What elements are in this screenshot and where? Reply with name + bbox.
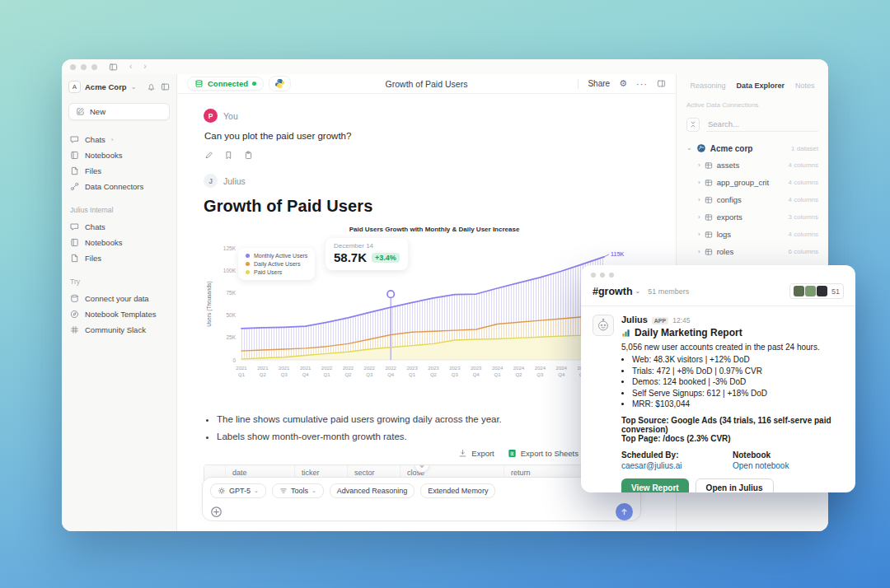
sidebar-item-connect-your-data[interactable]: Connect your data [68, 291, 170, 306]
model-selector[interactable]: GPT-5 ⌄ [210, 483, 266, 498]
workspace-switcher[interactable]: A Acme Corp ⌄ [68, 81, 170, 93]
edit-icon[interactable] [204, 151, 213, 160]
collapse-all-button[interactable] [686, 118, 700, 132]
desktop-background: { "window": { "sidebar": { "workspace_in… [0, 0, 890, 588]
slack-notification-card: #growth ⌄ 51 members 51 Julius APP 12:45… [581, 265, 855, 492]
export-button[interactable]: Export [458, 449, 494, 458]
tree-item-label: logs [717, 230, 731, 239]
tab-notes[interactable]: Notes [795, 82, 815, 90]
sidebar-section: Chats›NotebooksFilesData Connectors [68, 132, 170, 194]
tree-item-exports[interactable]: ›exports3 columns [686, 208, 818, 226]
bar-chart-icon [621, 329, 630, 338]
legend-label: Paid Users [254, 269, 282, 275]
export-to-sheets-button[interactable]: Export to Sheets [508, 449, 578, 458]
composer-chip-extended-memory[interactable]: Extended Memory [420, 483, 495, 498]
slack-channel-name[interactable]: #growth [593, 286, 633, 297]
legend-swatch [246, 262, 250, 266]
attach-plus-button[interactable] [210, 506, 222, 518]
composer-chip-advanced-reasoning[interactable]: Advanced Reasoning [330, 483, 415, 498]
sidebar-item-label: Files [85, 254, 101, 263]
tab-data-explorer[interactable]: Data Explorer [736, 82, 785, 90]
sidebar-toggle-icon[interactable] [109, 63, 118, 72]
view-report-button[interactable]: View Report [621, 478, 689, 492]
forward-icon[interactable]: › [143, 63, 146, 71]
chevron-right-icon: › [698, 214, 700, 221]
svg-text:2023Q1: 2023Q1 [406, 366, 418, 377]
tab-reasoning[interactable]: Reasoning [690, 82, 725, 90]
notebook-icon [70, 151, 79, 160]
settings-gear-icon[interactable]: ⚙ [619, 78, 627, 89]
back-icon[interactable]: ‹ [129, 63, 132, 71]
sidebar-item-community-slack[interactable]: Community Slack [68, 322, 170, 338]
bookmark-icon[interactable] [224, 151, 233, 160]
new-chat-button[interactable]: New [68, 103, 170, 120]
open-in-julius-button[interactable]: Open in Julius [696, 478, 774, 492]
sidebar-item-data-connectors[interactable]: Data Connectors [68, 179, 170, 194]
window-maximize-button[interactable] [91, 64, 97, 70]
chart-tooltip: December 14 58.7K +3.4% [326, 238, 408, 270]
response-heading: Growth of Paid Users [204, 197, 643, 216]
sidebar-item-label: Connect your data [85, 294, 149, 303]
column-count: 3 columns [789, 213, 818, 221]
svg-text:2023Q2: 2023Q2 [428, 366, 439, 377]
right-panel-toggle-icon[interactable] [657, 79, 666, 88]
svg-text:2023Q4: 2023Q4 [471, 366, 482, 377]
svg-text:2022Q3: 2022Q3 [364, 366, 376, 377]
sidebar-item-label: Chats [85, 135, 105, 144]
slack-members-button[interactable]: 51 [789, 283, 844, 299]
top-source-line: Top Source: Google Ads (34 trials, 116 s… [621, 416, 844, 434]
sidebar-item-notebook-templates[interactable]: Notebook Templates [68, 306, 170, 322]
more-options-icon[interactable]: ··· [636, 79, 648, 89]
slack-sender-name[interactable]: Julius [621, 315, 648, 324]
sidebar-section-label: Julius Internal [70, 206, 168, 214]
bell-icon[interactable] [147, 82, 156, 91]
tree-item-label: roles [717, 247, 734, 256]
connected-badge[interactable]: Connected [187, 77, 264, 91]
legend-swatch [246, 254, 250, 258]
sidebar-item-chats[interactable]: Chats› [68, 132, 170, 147]
member-avatar [817, 286, 827, 296]
python-badge[interactable] [269, 76, 291, 91]
sidebar-item-files[interactable]: Files [68, 250, 170, 266]
panel-toggle-icon[interactable] [161, 82, 170, 91]
tools-selector[interactable]: Tools ⌄ [272, 483, 324, 498]
sidebar-item-chats[interactable]: Chats [68, 219, 170, 235]
tree-item-logs[interactable]: ›logs4 columns [686, 226, 818, 243]
tooltip-date: December 14 [334, 242, 400, 250]
message-composer[interactable]: GPT-5 ⌄ Tools ⌄ Advanced ReasoningExtend… [202, 477, 641, 521]
connection-acme-corp[interactable]: ⌄ Acme corp 1 dataset [686, 140, 818, 156]
sidebar-item-notebooks[interactable]: Notebooks [68, 147, 170, 163]
chevron-down-icon: ⌄ [131, 83, 137, 91]
database-connected-icon [194, 79, 204, 88]
share-button[interactable]: Share [588, 79, 610, 88]
window-close-button[interactable] [70, 64, 76, 70]
tree-item-app_group_crit[interactable]: ›app_group_crit4 columns [686, 174, 818, 191]
dataset-count: 1 dataset [791, 145, 818, 152]
slack-timestamp[interactable]: 12:45 [672, 316, 690, 324]
open-notebook-link[interactable]: Open notebook [733, 461, 844, 470]
svg-text:2021Q2: 2021Q2 [257, 366, 269, 377]
sidebar-item-files[interactable]: Files [68, 163, 170, 179]
scheduled-by-link[interactable]: caesar@julius.ai [621, 461, 733, 470]
tree-item-assets[interactable]: ›assets4 columns [686, 156, 818, 174]
tree-item-configs[interactable]: ›configs4 columns [686, 191, 818, 208]
workspace-name: Acme Corp [85, 82, 127, 91]
chevron-down-icon: ⌄ [254, 488, 259, 494]
window-minimize-button[interactable] [81, 64, 87, 70]
file-icon [70, 166, 79, 175]
notebook-label: Notebook [733, 450, 844, 460]
sidebar-item-label: Files [85, 166, 101, 175]
connections-tree: ⌄ Acme corp 1 dataset ›assets4 columns›a… [686, 140, 818, 260]
sidebar-item-notebooks[interactable]: Notebooks [68, 235, 170, 250]
clipboard-icon[interactable] [244, 151, 253, 160]
svg-text:115K: 115K [611, 251, 624, 257]
table-grid-icon [705, 161, 713, 170]
tools-filter-icon [279, 487, 288, 495]
report-bullet: MRR: $103,044 [632, 399, 844, 408]
send-button[interactable] [616, 503, 633, 520]
tree-item-roles[interactable]: ›roles6 columns [686, 243, 818, 260]
table-grid-icon [705, 179, 713, 187]
arrow-down-icon [418, 464, 426, 469]
sidebar-item-label: Chats [85, 222, 105, 231]
search-input[interactable] [706, 117, 818, 132]
